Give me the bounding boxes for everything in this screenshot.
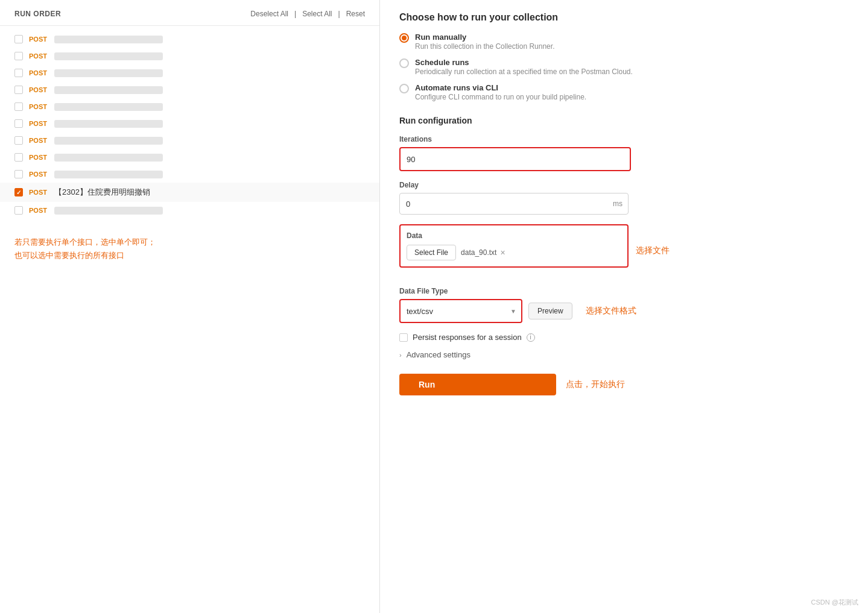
list-item: POST (0, 48, 379, 64)
data-file-type-section: Data File Type text/csv application/json… (399, 287, 849, 323)
radio-option-automate-cli[interactable]: Automate runs via CLI Configure CLI comm… (399, 83, 849, 101)
item-checkbox-1[interactable] (14, 35, 23, 43)
item-checkbox-3[interactable] (14, 69, 23, 77)
data-file-type-label: Data File Type (399, 287, 849, 295)
item-checkbox-10[interactable] (14, 188, 23, 196)
item-name-blurred (54, 120, 163, 128)
method-badge: POST (29, 69, 48, 77)
section-title: Choose how to run your collection (399, 12, 849, 23)
run-annotation: 点击，开始执行 (566, 379, 625, 390)
info-icon[interactable]: i (527, 333, 535, 342)
radio-group: Run manually Run this collection in the … (399, 33, 849, 101)
item-checkbox-2[interactable] (14, 52, 23, 60)
list-item: POST (0, 98, 379, 115)
item-checkbox-9[interactable] (14, 170, 23, 178)
item-checkbox-6[interactable] (14, 119, 23, 128)
radio-circle-schedule-runs[interactable] (399, 58, 409, 68)
item-checkbox-4[interactable] (14, 86, 23, 94)
radio-desc-schedule-runs: Periodically run collection at a specifi… (415, 68, 633, 76)
radio-option-schedule-runs[interactable]: Schedule runs Periodically run collectio… (399, 58, 849, 76)
persist-checkbox[interactable] (399, 333, 408, 342)
method-badge: POST (29, 103, 48, 110)
delay-wrapper: ms (399, 193, 629, 215)
method-badge: POST (29, 86, 48, 93)
advanced-settings-label: Advanced settings (407, 350, 470, 359)
method-badge: POST (29, 36, 48, 43)
radio-desc-run-manually: Run this collection in the Collection Ru… (415, 42, 554, 51)
advanced-settings-row[interactable]: › Advanced settings (399, 350, 849, 359)
right-panel: Choose how to run your collection Run ma… (380, 0, 868, 613)
preview-button[interactable]: Preview (528, 303, 572, 319)
list-item: POST (0, 202, 379, 219)
list-item: POST (0, 166, 379, 183)
item-checkbox-5[interactable] (14, 102, 23, 111)
radio-label-run-manually: Run manually (415, 33, 554, 42)
item-name-blurred (54, 171, 163, 178)
item-checkbox-11[interactable] (14, 206, 23, 215)
method-badge: POST (29, 171, 48, 178)
list-item: POST (0, 115, 379, 132)
reset-button[interactable]: Reset (346, 10, 365, 18)
radio-circle-run-manually[interactable] (399, 33, 409, 43)
select-all-button[interactable]: Select All (302, 10, 332, 18)
data-section: Data Select File data_90.txt × (399, 224, 629, 268)
list-item: POST (0, 31, 379, 48)
file-type-select-wrapper: text/csv application/json ▼ (399, 299, 522, 323)
item-name-blurred (54, 103, 163, 111)
radio-option-run-manually[interactable]: Run manually Run this collection in the … (399, 33, 849, 51)
watermark: CSDN @花测试 (811, 598, 858, 607)
radio-label-schedule-runs: Schedule runs (415, 58, 633, 67)
item-name-blurred (54, 52, 163, 60)
method-badge: POST (29, 207, 48, 214)
chevron-right-icon: › (399, 351, 402, 359)
method-badge: POST (29, 189, 48, 196)
method-badge: POST (29, 52, 48, 60)
iterations-label: Iterations (399, 135, 849, 143)
run-section: Run 点击，开始执行 (399, 374, 849, 395)
method-badge: POST (29, 137, 48, 144)
file-chip-close-icon[interactable]: × (500, 248, 505, 257)
item-checkbox-8[interactable] (14, 153, 23, 162)
deselect-all-button[interactable]: Deselect All (250, 10, 288, 18)
item-name-blurred (54, 154, 163, 162)
run-list: POST POST POST POST POST (0, 26, 379, 224)
persist-label: Persist responses for a session (413, 333, 522, 342)
iterations-input[interactable] (401, 148, 630, 170)
item-name-blurred (54, 86, 163, 94)
persist-row: Persist responses for a session i (399, 333, 849, 342)
delay-group: Delay ms (399, 181, 849, 215)
data-file-row: Select File data_90.txt × (407, 245, 621, 260)
item-name-10: 【2302】住院费用明细撤销 (54, 187, 150, 198)
iterations-group: Iterations (399, 135, 849, 171)
item-checkbox-7[interactable] (14, 136, 23, 145)
method-badge: POST (29, 154, 48, 161)
item-name-blurred (54, 36, 163, 43)
delay-label: Delay (399, 181, 849, 189)
item-name-blurred (54, 69, 163, 77)
select-file-button[interactable]: Select File (407, 245, 456, 260)
method-badge: POST (29, 120, 48, 127)
radio-desc-automate-cli: Configure CLI command to run on your bui… (415, 93, 586, 101)
list-item-checked: POST 【2302】住院费用明细撤销 (0, 183, 379, 202)
item-name-blurred (54, 137, 163, 145)
file-chip: data_90.txt × (461, 248, 505, 257)
left-panel: RUN ORDER Deselect All | Select All | Re… (0, 0, 380, 613)
data-annotation: 选择文件 (636, 245, 670, 256)
iterations-wrapper (399, 147, 631, 171)
data-type-row: text/csv application/json ▼ Preview 选择文件… (399, 299, 849, 323)
header-actions: Deselect All | Select All | Reset (250, 10, 365, 18)
radio-label-automate-cli: Automate runs via CLI (415, 83, 586, 92)
data-label: Data (407, 231, 621, 240)
file-type-select[interactable]: text/csv application/json (401, 300, 521, 322)
list-item: POST (0, 64, 379, 81)
data-section-outer: Data Select File data_90.txt × 选择文件 (399, 224, 849, 277)
run-button[interactable]: Run (399, 374, 556, 395)
delay-unit: ms (613, 200, 622, 208)
file-type-annotation: 选择文件格式 (586, 306, 636, 316)
left-header: RUN ORDER Deselect All | Select All | Re… (0, 10, 379, 26)
delay-input[interactable] (399, 193, 629, 215)
run-config-title: Run configuration (399, 116, 849, 125)
file-name: data_90.txt (461, 248, 496, 257)
radio-circle-automate-cli[interactable] (399, 84, 409, 93)
run-order-title: RUN ORDER (14, 10, 61, 18)
